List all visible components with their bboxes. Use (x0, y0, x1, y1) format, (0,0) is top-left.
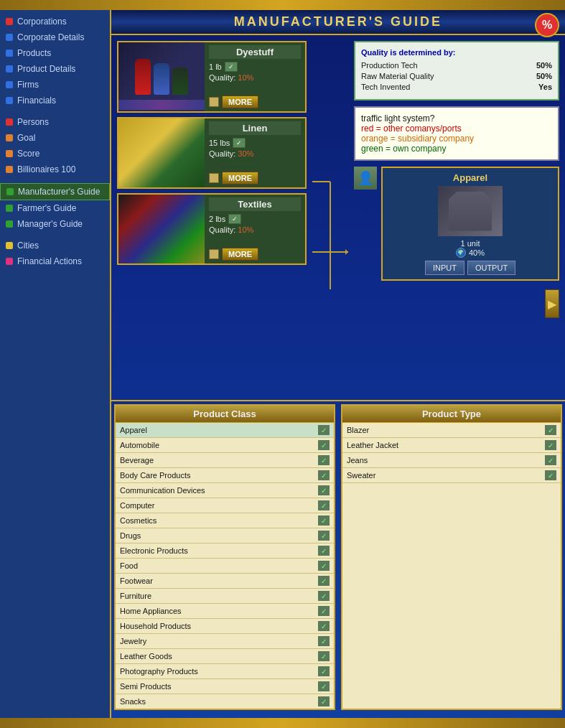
sidebar-item-farmers-guide[interactable]: Farmer's Guide (0, 200, 110, 216)
list-item-checkmark-icon: ✓ (318, 440, 330, 450)
quality-label: Production Tech (361, 61, 418, 70)
sidebar-dot (6, 150, 13, 157)
output-title: Apparel (453, 172, 487, 183)
product-actions: MORE (209, 95, 301, 108)
bottom-border (0, 718, 565, 728)
quality-label: Raw Material Quality (361, 72, 434, 80)
sidebar-label: Financial Actions (17, 256, 82, 266)
sidebar-item-cities[interactable]: Cities (0, 238, 110, 253)
sidebar-label: Persons (17, 117, 49, 127)
product-quality: Quality: 10% (209, 73, 301, 82)
truck-icon: ✓ (233, 138, 246, 148)
sidebar-item-product-details[interactable]: Product Details (0, 61, 110, 77)
nav-arrow-right[interactable]: ▶ (545, 289, 559, 318)
output-button[interactable]: OUTPUT (467, 261, 515, 275)
sidebar-item-goal[interactable]: Goal (0, 130, 110, 146)
product-image-dyestuff (118, 42, 205, 111)
list-item[interactable]: Sweater✓ (342, 468, 561, 483)
percent-badge[interactable]: % (535, 13, 559, 37)
quality-row-0: Production Tech 50% (361, 61, 552, 70)
list-item[interactable]: Semi Products✓ (116, 679, 334, 694)
sidebar-item-corporations[interactable]: Corporations (0, 14, 110, 29)
list-item[interactable]: Jewelry✓ (116, 634, 334, 649)
list-item[interactable]: Communication Devices✓ (116, 483, 334, 498)
main-content: MANUFACTURER'S GUIDE % Dyestuff (111, 10, 565, 718)
sidebar-item-firms[interactable]: Firms (0, 77, 110, 93)
more-button[interactable]: MORE (222, 248, 258, 261)
product-checkbox[interactable] (209, 249, 219, 259)
product-checkbox[interactable] (209, 97, 219, 107)
list-item[interactable]: Photography Products✓ (116, 664, 334, 679)
list-item[interactable]: Automobile✓ (116, 438, 334, 453)
product-info-textiles: Textiles 2 lbs ✓ Quality: 10% MORE (205, 195, 305, 263)
list-item[interactable]: Body Care Products✓ (116, 468, 334, 483)
list-item-checkmark-icon: ✓ (545, 440, 556, 450)
traffic-light-title: traffic light system? (361, 113, 552, 123)
product-checkbox[interactable] (209, 173, 219, 183)
product-card-dyestuff: Dyestuff 1 lb ✓ Quality: 10% MORE (117, 41, 307, 113)
product-info-dyestuff: Dyestuff 1 lb ✓ Quality: 10% MORE (205, 42, 305, 111)
list-item[interactable]: Furniture✓ (116, 589, 334, 604)
product-weight: 1 lb ✓ (209, 62, 301, 72)
list-item[interactable]: Snacks✓ (116, 694, 334, 709)
sidebar-label: Billionaires 100 (17, 164, 75, 174)
list-item[interactable]: Leather Goods✓ (116, 649, 334, 664)
list-item[interactable]: Computer✓ (116, 498, 334, 513)
jacket-graphic (449, 192, 492, 231)
sidebar-label: Products (17, 48, 51, 58)
product-card-textiles: Textiles 2 lbs ✓ Quality: 10% MORE (117, 193, 307, 265)
sidebar-dot (6, 166, 13, 173)
more-button[interactable]: MORE (222, 95, 258, 108)
list-item[interactable]: Footwear✓ (116, 574, 334, 589)
sidebar-item-financials[interactable]: Financials (0, 93, 110, 108)
sidebar-dot (6, 134, 13, 141)
right-section: Quality is determined by: Production Tec… (348, 35, 565, 400)
product-type-header: Product Type (342, 406, 561, 423)
sidebar-dot (6, 188, 14, 195)
product-class-list: Apparel✓Automobile✓Beverage✓Body Care Pr… (116, 423, 334, 709)
globe-icon: 🌍 (456, 248, 466, 258)
list-item-checkmark-icon: ✓ (545, 470, 556, 480)
product-class-panel: Product Class Apparel✓Automobile✓Beverag… (114, 404, 335, 710)
list-item-checkmark-icon: ✓ (545, 455, 556, 465)
product-class-header: Product Class (116, 406, 334, 423)
sidebar-item-score[interactable]: Score (0, 146, 110, 162)
quality-value: Yes (538, 83, 552, 91)
sidebar-dot (6, 65, 13, 73)
sidebar: Corporations Corporate Details Products … (0, 10, 111, 718)
sidebar-item-managers-guide[interactable]: Manager's Guide (0, 216, 110, 232)
product-type-list: Blazer✓Leather Jacket✓Jeans✓Sweater✓ (342, 423, 561, 709)
sidebar-item-billionaires[interactable]: Billionaires 100 (0, 162, 110, 177)
input-button[interactable]: INPUT (425, 261, 464, 275)
sidebar-item-manufacturers-guide[interactable]: Manufacturer's Guide (0, 183, 110, 200)
list-item[interactable]: Jeans✓ (342, 453, 561, 468)
list-item[interactable]: Household Products✓ (116, 619, 334, 634)
sidebar-item-corporate-details[interactable]: Corporate Details (0, 29, 110, 45)
list-item[interactable]: Electronic Products✓ (116, 543, 334, 559)
quality-label: Tech Invented (361, 83, 411, 91)
product-type-panel: Product Type Blazer✓Leather Jacket✓Jeans… (341, 404, 562, 710)
sidebar-item-financial-actions[interactable]: Financial Actions (0, 253, 110, 269)
sidebar-item-persons[interactable]: Persons (0, 114, 110, 130)
product-actions: MORE (209, 172, 301, 185)
product-name: Textiles (209, 197, 301, 211)
list-item[interactable]: Beverage✓ (116, 453, 334, 468)
dye-bottles-graphic (135, 59, 188, 95)
list-item-checkmark-icon: ✓ (318, 621, 330, 631)
list-item-checkmark-icon: ✓ (318, 576, 330, 586)
list-item[interactable]: Food✓ (116, 559, 334, 574)
list-item[interactable]: Apparel✓ (116, 423, 334, 438)
list-item-checkmark-icon: ✓ (318, 696, 330, 706)
product-name: Linen (209, 121, 301, 135)
list-item[interactable]: Blazer✓ (342, 423, 561, 438)
list-item-checkmark-icon: ✓ (318, 561, 330, 571)
list-item[interactable]: Leather Jacket✓ (342, 438, 561, 453)
list-item[interactable]: Cosmetics✓ (116, 513, 334, 528)
list-item-checkmark-icon: ✓ (318, 425, 330, 435)
sidebar-label: Cities (17, 241, 39, 251)
output-quality: 🌍 40% (456, 248, 485, 258)
list-item[interactable]: Home Appliances✓ (116, 604, 334, 619)
more-button[interactable]: MORE (222, 172, 258, 185)
sidebar-item-products[interactable]: Products (0, 45, 110, 61)
list-item[interactable]: Drugs✓ (116, 528, 334, 543)
